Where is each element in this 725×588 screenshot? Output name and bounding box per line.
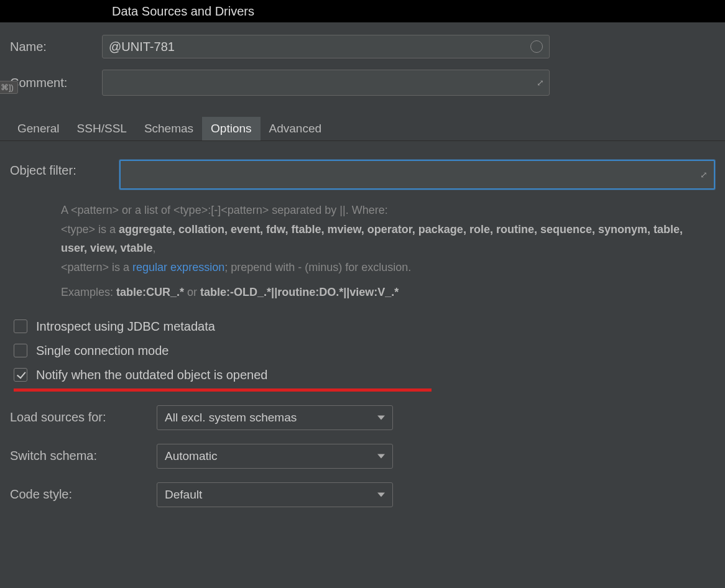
load-sources-value: All excl. system schemas bbox=[165, 411, 297, 425]
tab-bar: General SSH/SSL Schemas Options Advanced bbox=[0, 117, 725, 141]
tab-advanced[interactable]: Advanced bbox=[261, 117, 331, 140]
notify-outdated-row: Notify when the outdated object is opene… bbox=[14, 368, 715, 382]
code-style-value: Default bbox=[165, 488, 202, 502]
switch-schema-label: Switch schema: bbox=[10, 449, 157, 463]
switch-schema-dropdown[interactable]: Automatic bbox=[157, 444, 393, 469]
regex-link[interactable]: regular expression bbox=[132, 261, 224, 273]
code-style-label: Code style: bbox=[10, 487, 157, 502]
switch-schema-value: Automatic bbox=[165, 449, 217, 463]
name-label: Name: bbox=[10, 40, 102, 54]
notify-outdated-checkbox[interactable] bbox=[14, 368, 27, 382]
comment-input[interactable]: ⤢ bbox=[102, 70, 550, 96]
chevron-down-icon bbox=[377, 454, 385, 458]
chevron-down-icon bbox=[377, 492, 385, 497]
options-panel: Object filter: ⤢ A <pattern> or a list o… bbox=[0, 141, 725, 527]
code-style-row: Code style: Default bbox=[10, 482, 715, 507]
single-connection-checkbox[interactable] bbox=[14, 344, 27, 357]
name-row: Name: @UNIT-781 bbox=[10, 35, 715, 58]
color-circle-icon[interactable] bbox=[530, 40, 543, 53]
chevron-down-icon bbox=[377, 415, 385, 420]
code-style-dropdown[interactable]: Default bbox=[157, 482, 393, 507]
tab-ssh-ssl[interactable]: SSH/SSL bbox=[68, 117, 136, 140]
single-connection-row: Single connection mode bbox=[14, 344, 715, 358]
switch-schema-row: Switch schema: Automatic bbox=[10, 444, 715, 469]
introspect-jdbc-checkbox[interactable] bbox=[14, 319, 27, 333]
shortcut-hint-badge: ⌘]) bbox=[0, 81, 18, 94]
checkbox-group: Introspect using JDBC metadata Single co… bbox=[10, 319, 715, 392]
load-sources-dropdown[interactable]: All excl. system schemas bbox=[157, 405, 393, 430]
tab-schemas[interactable]: Schemas bbox=[136, 117, 202, 140]
tab-options[interactable]: Options bbox=[202, 117, 260, 140]
object-filter-row: Object filter: ⤢ bbox=[10, 160, 715, 190]
tab-general[interactable]: General bbox=[9, 117, 68, 140]
help-line-1: A <pattern> or a list of <type>:[-]<patt… bbox=[61, 201, 708, 220]
object-filter-input[interactable]: ⤢ bbox=[119, 160, 715, 190]
expand-icon[interactable]: ⤢ bbox=[537, 78, 544, 88]
comment-label: Comment: bbox=[10, 76, 102, 90]
titlebar: Data Sources and Drivers bbox=[0, 0, 725, 22]
expand-icon[interactable]: ⤢ bbox=[700, 170, 708, 180]
help-line-2: <type> is a aggregate, collation, event,… bbox=[61, 220, 708, 258]
object-filter-label: Object filter: bbox=[10, 160, 119, 178]
introspect-jdbc-label: Introspect using JDBC metadata bbox=[36, 319, 215, 334]
notify-outdated-label: Notify when the outdated object is opene… bbox=[36, 368, 267, 382]
comment-row: Comment: ⤢ bbox=[10, 70, 715, 96]
help-examples: Examples: table:CUR_.* or table:-OLD_.*|… bbox=[61, 283, 708, 302]
single-connection-label: Single connection mode bbox=[36, 344, 169, 358]
object-filter-help: A <pattern> or a list of <type>:[-]<patt… bbox=[61, 201, 708, 302]
highlight-underline bbox=[14, 388, 432, 392]
header-form: ⌘]) Name: @UNIT-781 Comment: ⤢ bbox=[0, 22, 725, 113]
name-input[interactable]: @UNIT-781 bbox=[102, 35, 550, 58]
introspect-jdbc-row: Introspect using JDBC metadata bbox=[14, 319, 715, 334]
help-line-3: <pattern> is a regular expression; prepe… bbox=[61, 258, 708, 277]
load-sources-row: Load sources for: All excl. system schem… bbox=[10, 405, 715, 430]
window-title: Data Sources and Drivers bbox=[112, 4, 254, 19]
load-sources-label: Load sources for: bbox=[10, 410, 157, 425]
name-input-value: @UNIT-781 bbox=[109, 40, 175, 54]
